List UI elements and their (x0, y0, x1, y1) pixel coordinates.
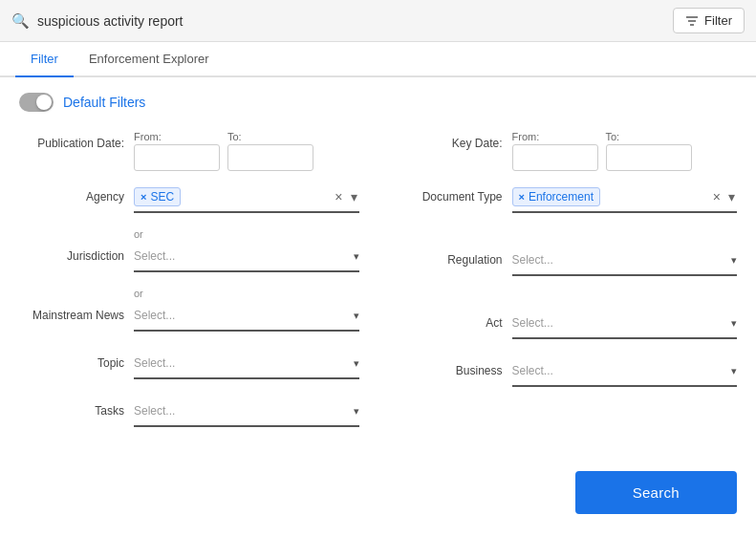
tasks-label: Tasks (19, 398, 124, 418)
agency-dropdown-btn[interactable]: ▾ (349, 189, 359, 204)
search-input[interactable] (37, 13, 673, 29)
pub-to-input[interactable] (227, 144, 313, 171)
agency-tag-actions: × ▾ (333, 189, 358, 204)
key-from-group: From: (512, 131, 598, 171)
business-select[interactable]: Select... ▾ (512, 358, 738, 387)
tasks-arrow-icon: ▾ (354, 405, 359, 418)
regulation-select[interactable]: Select... ▾ (512, 247, 738, 276)
regulation-arrow-icon: ▾ (731, 254, 737, 267)
document-type-row: Document Type × Enforcement × ▾ (398, 184, 738, 213)
act-arrow-icon: ▾ (731, 317, 737, 330)
document-type-text-input[interactable] (604, 190, 707, 204)
pub-from-label: From: (134, 131, 220, 142)
right-column: Key Date: From: To: (398, 131, 738, 440)
business-label: Business (398, 358, 503, 377)
business-row: Business Select... ▾ (398, 358, 738, 387)
jurisdiction-label: Jurisdiction (19, 244, 124, 263)
document-type-clear-btn[interactable]: × (711, 189, 723, 204)
left-column: Publication Date: From: To: (19, 131, 359, 440)
filter-section: Publication Date: From: To: (19, 131, 737, 440)
tasks-select[interactable]: Select... ▾ (134, 398, 359, 427)
jurisdiction-control: Select... ▾ (134, 244, 359, 272)
act-placeholder: Select... (512, 316, 732, 330)
mainstream-news-select[interactable]: Select... ▾ (134, 303, 359, 332)
topic-label: Topic (19, 351, 124, 370)
search-icon: 🔍 (11, 12, 30, 30)
mainstream-news-placeholder: Select... (134, 309, 354, 322)
mainstream-news-arrow-icon: ▾ (354, 310, 359, 322)
topic-control: Select... ▾ (134, 351, 359, 379)
filter-icon (685, 14, 699, 28)
regulation-control: Select... ▾ (512, 247, 738, 276)
tab-enforcement-explorer[interactable]: Enforcement Explorer (74, 42, 225, 77)
regulation-row: Regulation Select... ▾ (398, 247, 738, 276)
document-type-tag-enforcement: × Enforcement (512, 187, 600, 206)
agency-label: Agency (19, 184, 124, 204)
mainstream-news-row: Mainstream News Select... ▾ (19, 303, 359, 332)
key-date-control: From: To: (512, 131, 738, 171)
agency-tag-sec-close[interactable]: × (140, 191, 146, 203)
document-type-dropdown-btn[interactable]: ▾ (726, 189, 737, 204)
jurisdiction-row: Jurisdiction Select... ▾ (19, 244, 359, 272)
agency-tag-sec-label: SEC (150, 190, 174, 204)
key-to-input[interactable] (606, 144, 692, 171)
agency-clear-btn[interactable]: × (333, 189, 344, 204)
toggle-knob (36, 95, 52, 110)
pub-from-input[interactable] (134, 144, 220, 171)
or-label-2: or (19, 288, 359, 299)
document-type-tag-enforcement-label: Enforcement (529, 190, 594, 204)
business-placeholder: Select... (512, 364, 732, 377)
act-control: Select... ▾ (512, 311, 738, 339)
publication-date-range: From: To: (134, 131, 359, 171)
key-date-range: From: To: (512, 131, 738, 171)
default-filters-label: Default Filters (63, 95, 145, 110)
pub-from-group: From: (134, 131, 220, 171)
publication-date-row: Publication Date: From: To: (19, 131, 359, 171)
pub-to-label: To: (227, 131, 313, 142)
or-label-1: or (19, 228, 359, 240)
topic-select[interactable]: Select... ▾ (134, 351, 359, 379)
tasks-control: Select... ▾ (134, 398, 359, 427)
tasks-placeholder: Select... (134, 404, 354, 418)
default-filters-row: Default Filters (19, 93, 737, 112)
key-to-group: To: (606, 131, 692, 171)
tab-filter[interactable]: Filter (15, 42, 74, 77)
key-to-label: To: (606, 131, 692, 142)
agency-text-input[interactable] (184, 190, 329, 204)
mainstream-news-control: Select... ▾ (134, 303, 359, 332)
document-type-tag-actions: × ▾ (711, 189, 737, 204)
default-filters-toggle[interactable] (19, 93, 54, 112)
business-arrow-icon: ▾ (731, 365, 737, 377)
publication-date-control: From: To: (134, 131, 359, 171)
publication-date-label: Publication Date: (19, 131, 124, 150)
document-type-control: × Enforcement × ▾ (512, 184, 738, 213)
document-type-tag-select[interactable]: × Enforcement × ▾ (512, 184, 738, 213)
document-type-tag-enforcement-close[interactable]: × (519, 191, 525, 203)
act-row: Act Select... ▾ (398, 311, 738, 339)
act-select[interactable]: Select... ▾ (512, 311, 738, 339)
key-date-row: Key Date: From: To: (398, 131, 738, 171)
agency-tag-select[interactable]: × SEC × ▾ (134, 184, 359, 213)
topic-arrow-icon: ▾ (354, 357, 359, 370)
content-area: Default Filters Publication Date: From: … (0, 77, 756, 456)
jurisdiction-select[interactable]: Select... ▾ (134, 244, 359, 272)
document-type-label: Document Type (398, 184, 503, 204)
search-button-row: Search (0, 456, 756, 526)
pub-to-group: To: (227, 131, 313, 171)
search-button[interactable]: Search (575, 471, 737, 514)
key-from-input[interactable] (512, 144, 598, 171)
key-from-label: From: (512, 131, 598, 142)
search-bar: 🔍 Filter (0, 0, 756, 42)
tabs: Filter Enforcement Explorer (0, 42, 756, 77)
jurisdiction-placeholder: Select... (134, 249, 354, 263)
mainstream-news-label: Mainstream News (19, 303, 124, 322)
agency-control: × SEC × ▾ (134, 184, 359, 213)
topic-placeholder: Select... (134, 356, 354, 370)
key-date-label: Key Date: (398, 131, 503, 150)
jurisdiction-arrow-icon: ▾ (354, 250, 359, 263)
regulation-label: Regulation (398, 247, 503, 267)
regulation-placeholder: Select... (512, 253, 732, 267)
agency-row: Agency × SEC × ▾ (19, 184, 359, 213)
filter-button[interactable]: Filter (673, 8, 745, 33)
filter-button-label: Filter (704, 13, 732, 28)
